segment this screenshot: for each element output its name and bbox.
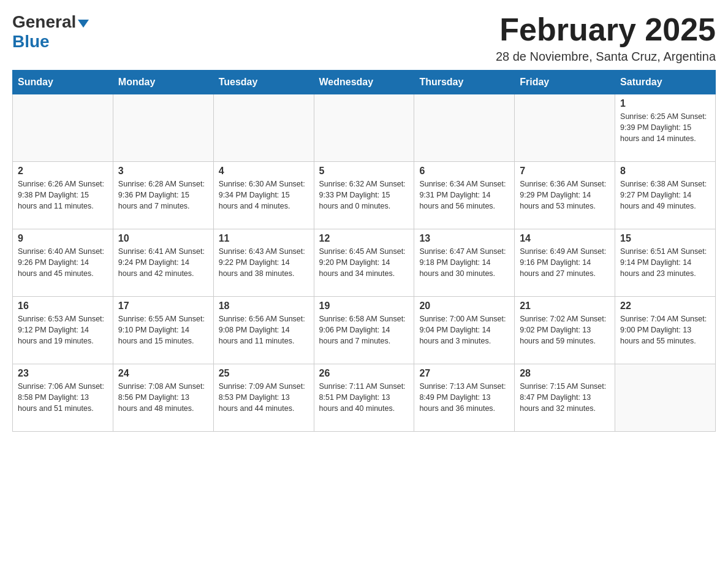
calendar-day-cell <box>414 94 515 162</box>
day-number: 17 <box>118 301 208 312</box>
day-number: 8 <box>620 166 710 177</box>
day-info: Sunrise: 6:36 AM Sunset: 9:29 PM Dayligh… <box>520 178 610 212</box>
calendar-week-row: 9Sunrise: 6:40 AM Sunset: 9:26 PM Daylig… <box>13 229 716 297</box>
day-info: Sunrise: 6:38 AM Sunset: 9:27 PM Dayligh… <box>620 178 710 212</box>
calendar-day-cell <box>113 94 213 162</box>
page-header: General Blue February 2025 28 de Noviemb… <box>12 12 716 64</box>
calendar-day-cell: 6Sunrise: 6:34 AM Sunset: 9:31 PM Daylig… <box>414 162 515 229</box>
day-info: Sunrise: 7:04 AM Sunset: 9:00 PM Dayligh… <box>620 313 710 347</box>
day-number: 24 <box>118 368 208 379</box>
calendar-day-cell <box>515 94 615 162</box>
day-info: Sunrise: 6:55 AM Sunset: 9:10 PM Dayligh… <box>118 313 208 347</box>
day-info: Sunrise: 6:32 AM Sunset: 9:33 PM Dayligh… <box>319 178 409 212</box>
day-number: 14 <box>520 233 610 244</box>
day-info: Sunrise: 6:30 AM Sunset: 9:34 PM Dayligh… <box>219 178 309 212</box>
day-number: 1 <box>620 98 710 109</box>
day-number: 3 <box>118 166 208 177</box>
day-number: 2 <box>18 166 108 177</box>
day-number: 18 <box>219 301 309 312</box>
calendar-day-cell: 18Sunrise: 6:56 AM Sunset: 9:08 PM Dayli… <box>213 297 314 364</box>
calendar-week-row: 1Sunrise: 6:25 AM Sunset: 9:39 PM Daylig… <box>13 94 716 162</box>
calendar-day-cell <box>213 94 314 162</box>
day-number: 22 <box>620 301 710 312</box>
day-info: Sunrise: 6:43 AM Sunset: 9:22 PM Dayligh… <box>219 246 309 279</box>
logo: General Blue <box>12 12 89 52</box>
calendar-day-cell: 12Sunrise: 6:45 AM Sunset: 9:20 PM Dayli… <box>314 229 414 297</box>
day-number: 6 <box>419 166 509 177</box>
day-info: Sunrise: 7:08 AM Sunset: 8:56 PM Dayligh… <box>118 381 208 414</box>
calendar-day-cell: 7Sunrise: 6:36 AM Sunset: 9:29 PM Daylig… <box>515 162 615 229</box>
day-info: Sunrise: 6:25 AM Sunset: 9:39 PM Dayligh… <box>620 111 710 144</box>
calendar-day-cell: 8Sunrise: 6:38 AM Sunset: 9:27 PM Daylig… <box>615 162 716 229</box>
day-info: Sunrise: 7:13 AM Sunset: 8:49 PM Dayligh… <box>419 381 509 414</box>
calendar-day-cell <box>615 364 716 432</box>
calendar-day-cell: 11Sunrise: 6:43 AM Sunset: 9:22 PM Dayli… <box>213 229 314 297</box>
day-info: Sunrise: 6:41 AM Sunset: 9:24 PM Dayligh… <box>118 246 208 279</box>
day-number: 25 <box>219 368 309 379</box>
calendar-day-cell: 25Sunrise: 7:09 AM Sunset: 8:53 PM Dayli… <box>213 364 314 432</box>
calendar-day-cell <box>314 94 414 162</box>
calendar-day-cell: 4Sunrise: 6:30 AM Sunset: 9:34 PM Daylig… <box>213 162 314 229</box>
day-number: 21 <box>520 301 610 312</box>
title-section: February 2025 28 de Noviembre, Santa Cru… <box>496 12 716 64</box>
day-info: Sunrise: 7:09 AM Sunset: 8:53 PM Dayligh… <box>219 381 309 414</box>
weekday-header-saturday: Saturday <box>615 71 716 94</box>
calendar-day-cell: 13Sunrise: 6:47 AM Sunset: 9:18 PM Dayli… <box>414 229 515 297</box>
day-number: 26 <box>319 368 409 379</box>
day-info: Sunrise: 6:49 AM Sunset: 9:16 PM Dayligh… <box>520 246 610 279</box>
day-number: 23 <box>18 368 108 379</box>
day-info: Sunrise: 6:51 AM Sunset: 9:14 PM Dayligh… <box>620 246 710 279</box>
day-number: 11 <box>219 233 309 244</box>
calendar-day-cell: 26Sunrise: 7:11 AM Sunset: 8:51 PM Dayli… <box>314 364 414 432</box>
calendar-day-cell: 14Sunrise: 6:49 AM Sunset: 9:16 PM Dayli… <box>515 229 615 297</box>
calendar-day-cell: 3Sunrise: 6:28 AM Sunset: 9:36 PM Daylig… <box>113 162 213 229</box>
calendar-day-cell: 16Sunrise: 6:53 AM Sunset: 9:12 PM Dayli… <box>13 297 113 364</box>
day-info: Sunrise: 6:47 AM Sunset: 9:18 PM Dayligh… <box>419 246 509 279</box>
logo-general-text: General <box>12 12 76 32</box>
day-info: Sunrise: 6:28 AM Sunset: 9:36 PM Dayligh… <box>118 178 208 212</box>
month-title: February 2025 <box>496 12 716 47</box>
day-info: Sunrise: 6:40 AM Sunset: 9:26 PM Dayligh… <box>18 246 108 279</box>
calendar-day-cell: 22Sunrise: 7:04 AM Sunset: 9:00 PM Dayli… <box>615 297 716 364</box>
day-number: 12 <box>319 233 409 244</box>
day-number: 20 <box>419 301 509 312</box>
calendar-week-row: 2Sunrise: 6:26 AM Sunset: 9:38 PM Daylig… <box>13 162 716 229</box>
day-info: Sunrise: 6:56 AM Sunset: 9:08 PM Dayligh… <box>219 313 309 347</box>
weekday-header-tuesday: Tuesday <box>213 71 314 94</box>
day-info: Sunrise: 7:15 AM Sunset: 8:47 PM Dayligh… <box>520 381 610 414</box>
day-info: Sunrise: 6:58 AM Sunset: 9:06 PM Dayligh… <box>319 313 409 347</box>
calendar-day-cell: 1Sunrise: 6:25 AM Sunset: 9:39 PM Daylig… <box>615 94 716 162</box>
calendar-day-cell: 2Sunrise: 6:26 AM Sunset: 9:38 PM Daylig… <box>13 162 113 229</box>
calendar-day-cell: 20Sunrise: 7:00 AM Sunset: 9:04 PM Dayli… <box>414 297 515 364</box>
location-subtitle: 28 de Noviembre, Santa Cruz, Argentina <box>496 50 716 64</box>
calendar-week-row: 23Sunrise: 7:06 AM Sunset: 8:58 PM Dayli… <box>13 364 716 432</box>
day-info: Sunrise: 7:00 AM Sunset: 9:04 PM Dayligh… <box>419 313 509 347</box>
day-info: Sunrise: 7:02 AM Sunset: 9:02 PM Dayligh… <box>520 313 610 347</box>
day-number: 15 <box>620 233 710 244</box>
calendar-day-cell: 17Sunrise: 6:55 AM Sunset: 9:10 PM Dayli… <box>113 297 213 364</box>
calendar-day-cell: 21Sunrise: 7:02 AM Sunset: 9:02 PM Dayli… <box>515 297 615 364</box>
calendar-day-cell: 19Sunrise: 6:58 AM Sunset: 9:06 PM Dayli… <box>314 297 414 364</box>
calendar-day-cell: 24Sunrise: 7:08 AM Sunset: 8:56 PM Dayli… <box>113 364 213 432</box>
calendar-table: SundayMondayTuesdayWednesdayThursdayFrid… <box>12 70 716 432</box>
calendar-day-cell: 23Sunrise: 7:06 AM Sunset: 8:58 PM Dayli… <box>13 364 113 432</box>
weekday-header-thursday: Thursday <box>414 71 515 94</box>
calendar-day-cell: 15Sunrise: 6:51 AM Sunset: 9:14 PM Dayli… <box>615 229 716 297</box>
day-info: Sunrise: 6:53 AM Sunset: 9:12 PM Dayligh… <box>18 313 108 347</box>
day-info: Sunrise: 6:26 AM Sunset: 9:38 PM Dayligh… <box>18 178 108 212</box>
calendar-day-cell: 28Sunrise: 7:15 AM Sunset: 8:47 PM Dayli… <box>515 364 615 432</box>
day-number: 16 <box>18 301 108 312</box>
calendar-day-cell <box>13 94 113 162</box>
weekday-header-friday: Friday <box>515 71 615 94</box>
day-number: 4 <box>219 166 309 177</box>
calendar-day-cell: 10Sunrise: 6:41 AM Sunset: 9:24 PM Dayli… <box>113 229 213 297</box>
weekday-header-wednesday: Wednesday <box>314 71 414 94</box>
calendar-week-row: 16Sunrise: 6:53 AM Sunset: 9:12 PM Dayli… <box>13 297 716 364</box>
logo-blue-text: Blue <box>12 32 50 51</box>
day-number: 19 <box>319 301 409 312</box>
day-number: 10 <box>118 233 208 244</box>
day-number: 27 <box>419 368 509 379</box>
weekday-header-monday: Monday <box>113 71 213 94</box>
day-info: Sunrise: 7:11 AM Sunset: 8:51 PM Dayligh… <box>319 381 409 414</box>
day-info: Sunrise: 7:06 AM Sunset: 8:58 PM Dayligh… <box>18 381 108 414</box>
